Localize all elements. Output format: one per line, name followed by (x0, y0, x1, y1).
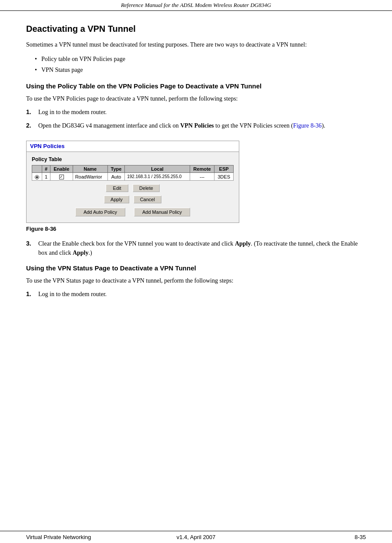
footer-left: Virtual Private Networking (26, 534, 113, 540)
page-title: Deactivating a VPN Tunnel (26, 24, 366, 34)
step-2: 2. Open the DG834G v4 management interfa… (26, 121, 366, 130)
policy-table-label: Policy Table (32, 156, 234, 162)
header-title: Reference Manual for the ADSL Modem Wire… (121, 2, 271, 8)
delete-button[interactable]: Delete (133, 184, 160, 192)
td-enable (50, 173, 73, 181)
edit-button[interactable]: Edit (106, 184, 128, 192)
th-hash (32, 165, 42, 173)
section2-intro: To use the VPN Status page to deactivate… (26, 276, 366, 285)
table-row: 1 RoadWarrior Auto 192.168.3.1 / 255.255… (32, 173, 234, 181)
th-type: Type (107, 165, 124, 173)
section2-heading: Using the VPN Status Page to Deactivate … (26, 264, 366, 272)
section2-step-1-text: Log in to the modem router. (38, 290, 366, 299)
intro-paragraph: Sometimes a VPN tunnel must be deactivat… (26, 40, 366, 49)
footer-center: v1.4, April 2007 (113, 534, 279, 540)
step-3-text: Clear the Enable check box for the VPN t… (38, 239, 366, 257)
vpn-policies-box: VPN Policies Policy Table # Enable Name … (26, 141, 239, 223)
td-number: 1 (42, 173, 50, 181)
bullet-item-2: VPN Status page (35, 64, 366, 75)
apply-bold-2: Apply (73, 250, 89, 256)
table-header-row: # Enable Name Type Local Remote ESP (32, 165, 234, 173)
add-manual-policy-button[interactable]: Add Manual Policy (134, 208, 190, 216)
td-type: Auto (107, 173, 124, 181)
page-footer: Virtual Private Networking v1.4, April 2… (0, 531, 392, 543)
bullet-item-1: Policy table on VPN Policies page (35, 54, 366, 64)
figure-caption: Figure 8-36 (26, 226, 239, 232)
apply-cancel-row: Apply Cancel (32, 196, 234, 203)
section1-intro: To use the VPN Policies page to deactiva… (26, 94, 366, 103)
edit-delete-row: Edit Delete (32, 184, 234, 192)
add-policy-row: Add Auto Policy Add Manual Policy (32, 208, 234, 216)
section2-step-1-number: 1. (26, 290, 38, 299)
th-enable: Enable (50, 165, 73, 173)
figure-link[interactable]: Figure 8-36 (293, 122, 322, 129)
td-remote: --- (190, 173, 214, 181)
policy-table: # Enable Name Type Local Remote ESP (32, 165, 234, 181)
step-1: 1. Log in to the modem router. (26, 108, 366, 117)
th-num: # (42, 165, 50, 173)
footer-right: 8-35 (279, 534, 366, 540)
vpn-title-text: VPN Policies (30, 143, 64, 149)
radio-button[interactable] (35, 175, 39, 179)
page-container: Reference Manual for the ADSL Modem Wire… (0, 0, 392, 543)
page-header: Reference Manual for the ADSL Modem Wire… (0, 0, 392, 11)
step-3-number: 3. (26, 239, 38, 257)
td-radio (32, 173, 42, 181)
step-3: 3. Clear the Enable check box for the VP… (26, 239, 366, 257)
add-auto-policy-button[interactable]: Add Auto Policy (75, 208, 125, 216)
th-local: Local (125, 165, 190, 173)
section2-step-1: 1. Log in to the modem router. (26, 290, 366, 299)
apply-bold-1: Apply (235, 240, 251, 247)
td-name: RoadWarrior (73, 173, 107, 181)
th-esp: ESP (214, 165, 234, 173)
vpn-policies-bold: VPN Policies (180, 122, 214, 129)
step-1-number: 1. (26, 108, 38, 117)
vpn-title-bar: VPN Policies (27, 141, 239, 152)
cancel-button[interactable]: Cancel (134, 196, 161, 203)
figure-container: VPN Policies Policy Table # Enable Name … (26, 141, 239, 236)
main-content: Deactivating a VPN Tunnel Sometimes a VP… (0, 11, 392, 531)
section1-heading: Using the Policy Table on the VPN Polici… (26, 82, 366, 90)
bullet-list: Policy table on VPN Policies page VPN St… (35, 54, 366, 75)
step-2-number: 2. (26, 121, 38, 130)
apply-button[interactable]: Apply (104, 196, 129, 203)
step-2-text: Open the DG834G v4 management interface … (38, 121, 366, 130)
step-1-text: Log in to the modem router. (38, 108, 366, 117)
th-name: Name (73, 165, 107, 173)
vpn-body: Policy Table # Enable Name Type Local Re… (27, 152, 239, 223)
th-remote: Remote (190, 165, 214, 173)
td-esp: 3DES (214, 173, 234, 181)
enable-checkbox[interactable] (59, 175, 64, 179)
td-local: 192.168.3.1 / 255.255.255.0 (125, 173, 190, 181)
